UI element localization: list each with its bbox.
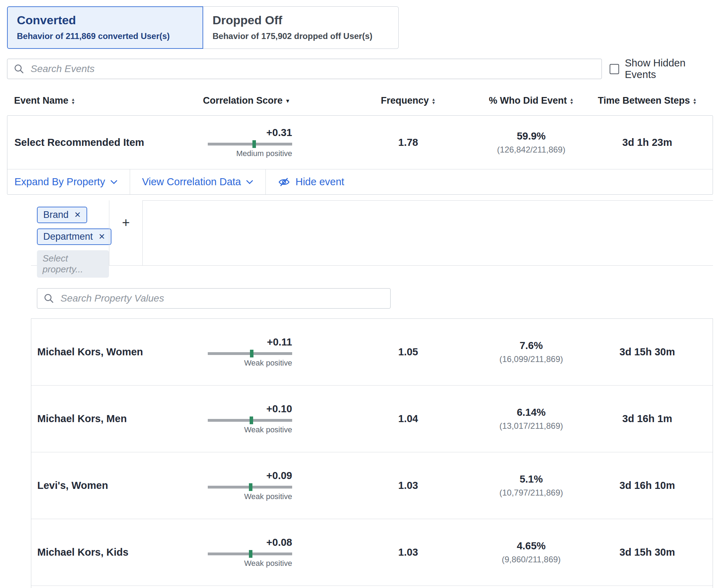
- tab-dropped-off-subtitle: Behavior of 175,902 dropped off User(s): [213, 31, 389, 41]
- sort-icon: ▴▾: [570, 97, 573, 104]
- correlation-cell: +0.09 Weak positive: [208, 470, 292, 501]
- pct-who-did-value: 4.65%: [468, 540, 594, 552]
- frequency-value: 1.03: [348, 547, 468, 558]
- column-header-event-name[interactable]: Event Name ▴▾: [7, 95, 200, 106]
- correlation-strength-label: Weak positive: [208, 425, 292, 434]
- event-row: Select Recommended Item +0.31 Medium pos…: [7, 116, 713, 169]
- column-header-correlation-score[interactable]: Correlation Score ▾: [200, 95, 292, 106]
- pct-who-did-detail: (126,842/211,869): [468, 145, 594, 155]
- property-chips: Brand ✕ Department ✕ Select property...: [31, 200, 109, 265]
- time-between-value: 3d 16h 10m: [594, 480, 700, 491]
- chevron-down-icon: [246, 180, 253, 185]
- time-between-value: 3d 1h 23m: [594, 137, 700, 148]
- frequency-value: 1.04: [348, 413, 468, 425]
- time-between-value: 3d 16h 1m: [594, 413, 700, 425]
- correlation-cell: +0.08 Weak positive: [208, 537, 292, 568]
- pct-who-did-value: 7.6%: [468, 340, 594, 351]
- correlation-bar: [208, 352, 292, 355]
- remove-chip-icon[interactable]: ✕: [74, 210, 81, 220]
- search-property-values-input[interactable]: [60, 292, 384, 304]
- tab-converted-title: Converted: [17, 13, 193, 27]
- property-chip-brand[interactable]: Brand ✕: [37, 207, 87, 223]
- correlation-cell: +0.31 Medium positive: [208, 127, 292, 158]
- property-row-name: Levi's, Women: [31, 480, 201, 491]
- sort-desc-icon: ▾: [286, 97, 289, 105]
- expand-by-property-button[interactable]: Expand By Property: [7, 169, 130, 194]
- pct-who-did-cell: 5.1% (10,797/211,869): [468, 473, 594, 498]
- frequency-value: 1.05: [348, 346, 468, 358]
- property-rows-panel: Michael Kors, Women +0.11 Weak positive …: [31, 318, 713, 588]
- property-row: Michael Kors, Kids +0.08 Weak positive 1…: [31, 519, 713, 586]
- search-property-values-row: [37, 288, 713, 309]
- property-row: Levi's, Women +0.09 Weak positive 1.03 5…: [31, 452, 713, 519]
- correlation-bar: [208, 486, 292, 489]
- correlation-score-value: +0.09: [208, 470, 292, 482]
- table-header: Event Name ▴▾ Correlation Score ▾ Freque…: [7, 95, 713, 106]
- property-row-name: Michael Kors, Women: [31, 346, 201, 358]
- property-row: Michael Kors, Women +0.11 Weak positive …: [31, 319, 713, 386]
- correlation-bar: [208, 553, 292, 555]
- tab-converted[interactable]: Converted Behavior of 211,869 converted …: [7, 6, 203, 49]
- event-card: Select Recommended Item +0.31 Medium pos…: [7, 115, 713, 195]
- correlation-strength-label: Medium positive: [208, 149, 292, 158]
- show-hidden-checkbox[interactable]: [610, 64, 619, 74]
- sort-icon: ▴▾: [432, 97, 435, 104]
- sort-icon: ▴▾: [694, 97, 696, 104]
- correlation-score-value: +0.11: [208, 336, 292, 348]
- correlation-strength-label: Weak positive: [208, 358, 292, 368]
- correlation-marker: [249, 550, 252, 558]
- pct-who-did-value: 5.1%: [468, 473, 594, 485]
- property-row-name: Michael Kors, Men: [31, 413, 201, 425]
- column-header-pct-who-did-event[interactable]: % Who Did Event ▴▾: [468, 95, 594, 106]
- column-header-time-between-steps[interactable]: Time Between Steps ▴▾: [594, 95, 700, 106]
- correlation-score-value: +0.31: [208, 127, 292, 138]
- search-property-values-box[interactable]: [37, 288, 391, 309]
- search-icon: [14, 64, 24, 74]
- search-icon: [44, 293, 54, 304]
- segment-tabs: Converted Behavior of 211,869 converted …: [7, 6, 399, 49]
- search-events-box[interactable]: [7, 59, 602, 79]
- pct-who-did-cell: 6.14% (13,017/211,869): [468, 407, 594, 431]
- time-between-value: 3d 15h 30m: [594, 547, 700, 558]
- correlation-bar: [208, 419, 292, 422]
- pct-who-did-detail: (10,797/211,869): [468, 488, 594, 498]
- correlation-marker: [250, 416, 253, 424]
- pct-who-did-detail: (16,099/211,869): [468, 354, 594, 364]
- sort-icon: ▴▾: [72, 97, 75, 104]
- chevron-down-icon: [110, 180, 118, 185]
- remove-chip-icon[interactable]: ✕: [98, 232, 105, 241]
- pct-who-did-detail: (9,860/211,869): [468, 555, 594, 564]
- correlation-strength-label: Weak positive: [208, 559, 292, 568]
- search-events-input[interactable]: [30, 63, 595, 75]
- eye-off-icon: [278, 177, 290, 187]
- pct-who-did-detail: (13,017/211,869): [468, 421, 594, 431]
- correlation-bar: [208, 143, 292, 146]
- property-row-partial: [31, 586, 713, 588]
- property-chip-department[interactable]: Department ✕: [37, 228, 111, 245]
- time-between-value: 3d 15h 30m: [594, 346, 700, 358]
- tab-dropped-off[interactable]: Dropped Off Behavior of 175,902 dropped …: [203, 6, 399, 49]
- expanded-property-panel: Brand ✕ Department ✕ Select property... …: [31, 200, 713, 588]
- tab-converted-subtitle: Behavior of 211,869 converted User(s): [17, 31, 193, 41]
- property-row-name: Michael Kors, Kids: [31, 547, 201, 558]
- tab-dropped-off-title: Dropped Off: [213, 13, 389, 27]
- property-row: Michael Kors, Men +0.10 Weak positive 1.…: [31, 386, 713, 452]
- search-events-row: Show Hidden Events: [7, 57, 713, 80]
- correlation-score-value: +0.08: [208, 537, 292, 548]
- column-header-frequency[interactable]: Frequency ▴▾: [348, 95, 468, 106]
- select-property-input[interactable]: Select property...: [37, 250, 109, 278]
- correlation-cell: +0.11 Weak positive: [208, 336, 292, 368]
- hide-event-button[interactable]: Hide event: [266, 169, 356, 194]
- correlation-cell: +0.10 Weak positive: [208, 403, 292, 434]
- event-name: Select Recommended Item: [7, 137, 201, 148]
- show-hidden-toggle: Show Hidden Events: [610, 57, 713, 80]
- pct-who-did-value: 59.9%: [468, 130, 594, 142]
- pct-who-did-cell: 59.9% (126,842/211,869): [468, 130, 594, 155]
- view-correlation-data-button[interactable]: View Correlation Data: [130, 169, 266, 194]
- correlation-score-value: +0.10: [208, 403, 292, 415]
- correlation-marker: [252, 140, 256, 148]
- pct-who-did-cell: 4.65% (9,860/211,869): [468, 540, 594, 564]
- show-hidden-label[interactable]: Show Hidden Events: [625, 57, 713, 80]
- pct-who-did-cell: 7.6% (16,099/211,869): [468, 340, 594, 364]
- add-property-button[interactable]: +: [109, 200, 143, 265]
